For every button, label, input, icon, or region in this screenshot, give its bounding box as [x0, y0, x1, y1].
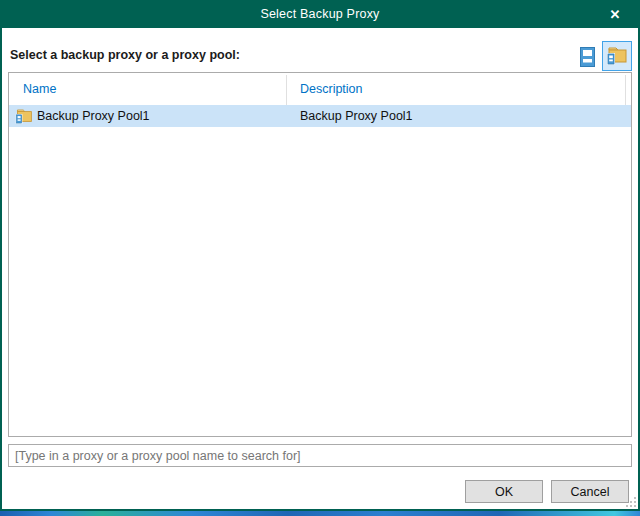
server-icon [580, 47, 595, 67]
resize-grip-icon[interactable] [625, 496, 637, 508]
proxy-pool-icon [15, 108, 33, 125]
close-button[interactable]: ✕ [600, 0, 630, 28]
prompt-label: Select a backup proxy or a proxy pool: [10, 48, 240, 62]
row-name-text: Backup Proxy Pool1 [37, 109, 150, 123]
search-input[interactable] [8, 444, 632, 467]
proxies-view-button[interactable] [574, 43, 600, 71]
proxy-pool-icon [606, 46, 628, 66]
dialog-title: Select Backup Proxy [260, 7, 379, 21]
row-description-text: Backup Proxy Pool1 [300, 105, 413, 127]
table-row[interactable]: Backup Proxy Pool1 Backup Proxy Pool1 [9, 105, 631, 127]
table-header: Name Description [9, 73, 631, 105]
row-name-cell: Backup Proxy Pool1 [9, 108, 150, 125]
dialog-body: Select a backup proxy or a proxy pool: [2, 28, 638, 509]
title-bar[interactable]: Select Backup Proxy ✕ [2, 0, 638, 28]
proxy-list[interactable]: Name Description Bac [8, 72, 632, 437]
column-header-name[interactable]: Name [23, 82, 56, 96]
background-window-edge [0, 511, 640, 516]
select-backup-proxy-dialog: Select Backup Proxy ✕ Select a backup pr… [0, 0, 640, 511]
column-header-description[interactable]: Description [300, 82, 363, 96]
cancel-button[interactable]: Cancel [551, 480, 629, 503]
ok-button[interactable]: OK [465, 480, 543, 503]
proxy-pools-view-button[interactable] [602, 41, 632, 71]
